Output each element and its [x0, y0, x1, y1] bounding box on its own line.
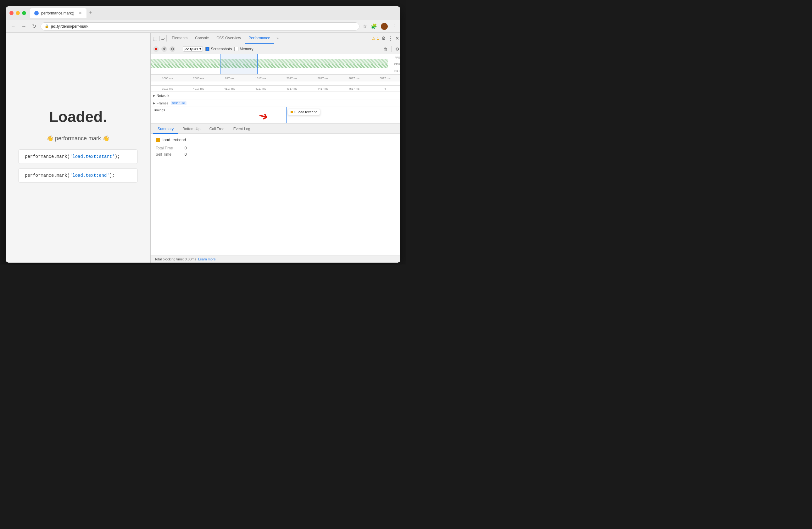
- tab-title: performance.mark(): [41, 11, 74, 15]
- timings-label: Timings: [151, 107, 188, 112]
- learn-more-link[interactable]: Learn more: [198, 257, 216, 261]
- self-time-label: Self Time: [156, 152, 181, 157]
- page-content: Loaded. 👋 performance mark 👋 performance…: [6, 33, 150, 262]
- detail-tick-6: 4517 ms: [338, 87, 369, 90]
- tab-elements[interactable]: Elements: [168, 33, 191, 44]
- device-icon[interactable]: ▱: [161, 35, 165, 41]
- timeline-selection[interactable]: [220, 54, 258, 74]
- memory-checkbox-group[interactable]: Memory: [234, 47, 253, 51]
- code1-string: 'load.text:start': [70, 154, 115, 159]
- total-time-row: Total Time 0: [156, 146, 397, 150]
- address-bar-row: ← → ↻ 🔒 jec.fyi/demo/perf-mark ☆ 🧩 ⋮: [6, 20, 400, 33]
- warning-badge: ⚠ 1: [372, 36, 379, 41]
- memory-checkbox[interactable]: [234, 47, 238, 51]
- record-button[interactable]: [153, 46, 159, 52]
- timing-name: load.text:end: [298, 110, 317, 114]
- forward-button[interactable]: →: [20, 23, 28, 30]
- summary-item-name: load.text:end: [163, 138, 186, 142]
- close-devtools-icon[interactable]: ✕: [395, 35, 400, 41]
- code2-prefix: performance.mark(: [25, 173, 70, 178]
- cpu-label: CPU: [388, 62, 400, 66]
- timeline-labels: FPS CPU NET: [388, 54, 400, 74]
- ruler-tick-1: 2000 ms: [183, 77, 214, 80]
- menu-button[interactable]: ⋮: [392, 23, 396, 29]
- timeline-area: FPS CPU NET 1000 ms 2000 ms 817 ms 1817 …: [151, 54, 400, 86]
- self-time-row: Self Time 0: [156, 152, 397, 157]
- fps-label: FPS: [388, 56, 400, 59]
- ruler-tick-3: 1817 ms: [245, 77, 276, 80]
- frames-expand-icon[interactable]: ▶: [153, 102, 155, 105]
- screenshots-checkbox[interactable]: ✓: [205, 47, 209, 51]
- traffic-lights: [10, 11, 26, 15]
- code2-string: 'load.text:end': [70, 173, 110, 178]
- capture-settings-button[interactable]: ⚙: [395, 46, 400, 52]
- total-time-label: Total Time: [156, 146, 181, 150]
- browser-tab[interactable]: performance.mark() ✕: [30, 8, 86, 18]
- tab-performance[interactable]: Performance: [245, 33, 274, 44]
- avatar[interactable]: [381, 23, 388, 30]
- summary-panel: load.text:end Total Time 0 Self Time 0: [151, 134, 400, 255]
- main-content: Loaded. 👋 performance mark 👋 performance…: [6, 33, 400, 262]
- details-panel: 3917 ms 4017 ms 4117 ms 4217 ms 4317 ms …: [151, 86, 400, 262]
- detail-tick-7: 4: [369, 87, 400, 90]
- network-expand-icon[interactable]: ▶: [153, 94, 155, 97]
- tab-event-log[interactable]: Event Log: [229, 125, 255, 134]
- clear-profile-button[interactable]: ⊘: [170, 46, 175, 52]
- detail-tick-5: 4417 ms: [307, 87, 338, 90]
- reload-profile-button[interactable]: ↺: [161, 46, 167, 52]
- ruler-tick-2: 817 ms: [214, 77, 245, 80]
- code-block-1: performance.mark('load.text:start');: [18, 149, 138, 164]
- reload-button[interactable]: ↻: [31, 23, 38, 30]
- red-arrow-indicator: ➜: [257, 109, 270, 124]
- minimize-button[interactable]: [16, 11, 20, 15]
- self-time-value: 0: [185, 152, 187, 157]
- ruler-tick-7: 5817 ms: [369, 77, 400, 80]
- tab-close-button[interactable]: ✕: [78, 11, 82, 15]
- inspect-icon[interactable]: ⬚: [153, 35, 158, 41]
- tab-summary[interactable]: Summary: [153, 125, 178, 134]
- extensions-icon[interactable]: 🧩: [371, 23, 377, 29]
- more-options-icon[interactable]: ⋮: [388, 35, 393, 41]
- profile-dropdown-icon: ▾: [199, 47, 201, 51]
- detail-tick-2: 4117 ms: [214, 87, 245, 90]
- bottom-tabs: Summary Bottom-Up Call Tree Event Log: [151, 124, 400, 134]
- detail-tick-0: 3917 ms: [152, 87, 183, 90]
- status-bar: Total blocking time: 0.00ms Learn more: [151, 255, 400, 262]
- tab-call-tree[interactable]: Call Tree: [205, 125, 229, 134]
- profile-select[interactable]: jec.fyi #1 ▾: [183, 46, 203, 52]
- code1-suffix: );: [115, 154, 120, 159]
- address-bar-actions: ☆ 🧩 ⋮: [363, 23, 396, 30]
- timeline-overview[interactable]: FPS CPU NET: [151, 54, 400, 74]
- devtools-toolbar: ⬚ | ▱ Elements Console CSS Overview Perf…: [151, 33, 400, 44]
- timing-tooltip: 0 load.text:end: [288, 109, 320, 115]
- title-bar: performance.mark() ✕ +: [6, 6, 400, 20]
- tab-console[interactable]: Console: [191, 33, 213, 44]
- net-label: NET: [388, 69, 400, 72]
- profile-label: jec.fyi #1: [185, 47, 198, 51]
- new-tab-button[interactable]: +: [89, 10, 92, 16]
- back-button[interactable]: ←: [10, 23, 17, 30]
- devtools-panel: ⬚ | ▱ Elements Console CSS Overview Perf…: [150, 33, 400, 262]
- details-ruler: 3917 ms 4017 ms 4117 ms 4217 ms 4317 ms …: [151, 86, 400, 92]
- frames-row: ▶ Frames 3935.1 ms: [151, 99, 400, 107]
- tab-css-overview[interactable]: CSS Overview: [213, 33, 245, 44]
- maximize-button[interactable]: [22, 11, 26, 15]
- bookmark-icon[interactable]: ☆: [363, 23, 367, 29]
- more-tabs-button[interactable]: »: [274, 36, 281, 41]
- status-text: Total blocking time: 0.00ms: [155, 257, 196, 261]
- url-text: jec.fyi/demo/perf-mark: [51, 24, 88, 29]
- frames-value-badge: 3935.1 ms: [171, 101, 187, 105]
- net-band: [151, 64, 388, 68]
- timings-row: Timings ➜ 0 load.text:end: [151, 107, 400, 123]
- devtools-toolbar2: ↺ ⊘ jec.fyi #1 ▾ ✓ Screenshots Memory 🗑: [151, 44, 400, 54]
- screenshots-checkbox-group[interactable]: ✓ Screenshots: [205, 47, 232, 51]
- memory-label: Memory: [240, 47, 253, 51]
- tab-bottom-up[interactable]: Bottom-Up: [178, 125, 205, 134]
- delete-recording-button[interactable]: 🗑: [383, 46, 388, 52]
- address-bar[interactable]: 🔒 jec.fyi/demo/perf-mark: [41, 22, 360, 30]
- ruler-tick-0: 1000 ms: [152, 77, 183, 80]
- close-button[interactable]: [10, 11, 14, 15]
- frames-label: ▶ Frames 3935.1 ms: [151, 101, 188, 105]
- settings-icon[interactable]: ⚙: [381, 35, 386, 41]
- tab-favicon: [34, 11, 39, 15]
